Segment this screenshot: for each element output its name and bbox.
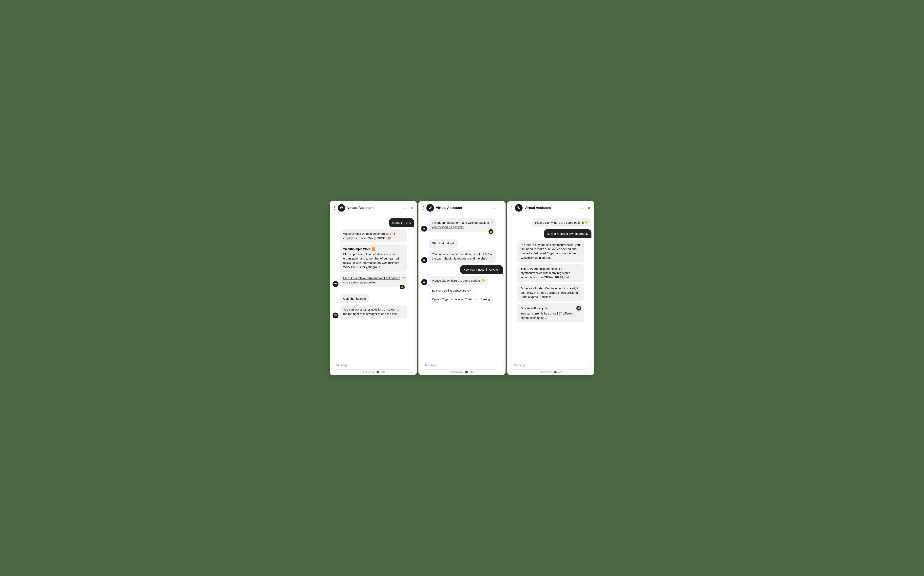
close-button[interactable]: × xyxy=(410,205,413,210)
msg-row: W Glad that helped! xyxy=(332,294,414,303)
bot-bubble: Wealthsimple Work 🟧 Please provide a few… xyxy=(340,245,407,272)
msg-row: W Please clarify, here are some options … xyxy=(421,276,503,285)
ada-logo-icon xyxy=(377,371,379,373)
link-text: Fill out our intake form and we'll get b… xyxy=(432,221,489,229)
option-button-open-crypto[interactable]: Open a Crypto account on Trade xyxy=(429,296,476,303)
chat-body-1: Group RRSPs W Wealthsimple Work is the s… xyxy=(330,215,417,358)
chat-header-1: W Virtual Assistant — × xyxy=(330,201,417,215)
ada-logo-icon xyxy=(465,371,468,373)
options-row: Buying & selling cryptocurrency Open a C… xyxy=(421,287,503,303)
menu-dots-icon[interactable] xyxy=(333,205,336,210)
option-button-buying-selling[interactable]: Buying & selling cryptocurrency xyxy=(429,287,474,294)
msg-row: How can I invest in Crypto? xyxy=(421,265,503,274)
ada-logo-icon xyxy=(554,371,557,373)
bot-bubble: Glad that helped! xyxy=(429,239,458,248)
like-button[interactable]: 👍 xyxy=(399,284,405,290)
like-button[interactable]: 👍 xyxy=(488,229,494,234)
close-button[interactable]: × xyxy=(587,205,591,210)
msg-row: W Fill out our intake form and we'll get… xyxy=(332,274,414,287)
msg-row: W In order to buy and sell cryptocurrenc… xyxy=(510,240,592,262)
bot-bubble: Glad that helped! xyxy=(340,294,369,303)
bot-bubble: You can ask another question, or select … xyxy=(429,250,496,263)
minimize-button[interactable]: — xyxy=(580,205,585,210)
link-text: Fill out our intake form and we'll get b… xyxy=(343,276,400,284)
chat-body-2: W Fill out our intake form and we'll get… xyxy=(419,215,505,358)
avatar: W xyxy=(515,204,523,212)
header-controls: — × xyxy=(491,205,502,210)
bot-avatar: W xyxy=(421,226,427,232)
bubble-title: Buy or sell a crypto xyxy=(521,306,548,310)
bot-bubble: You can ask another question, or select … xyxy=(340,305,407,318)
chat-header-2: W Virtual Assistant — × xyxy=(419,201,505,215)
bot-bubble: Wealthsimple Work is the smart way for e… xyxy=(340,229,407,243)
chat-body-3: Please clarify, here are some options 👇 … xyxy=(507,215,594,358)
bot-avatar: W xyxy=(421,257,427,263)
avatar: W xyxy=(427,204,434,212)
minimize-button[interactable]: — xyxy=(403,205,407,210)
powered-by: Powered by ada xyxy=(332,371,414,373)
msg-row: Group RRSPs xyxy=(332,218,414,227)
header-controls: — × xyxy=(580,205,591,210)
chat-title: Virtual Assistant xyxy=(436,206,489,210)
msg-row: W You can ask another question, or selec… xyxy=(332,305,414,318)
chat-widget-1: W Virtual Assistant — × Group RRSPs W We… xyxy=(330,201,417,375)
menu-dots-icon[interactable] xyxy=(511,205,513,210)
chat-footer-3: Powered by ada xyxy=(507,358,594,375)
chat-footer-1: Powered by ada xyxy=(330,358,417,375)
bot-bubble: Once your funded Crypto account is ready… xyxy=(517,284,584,301)
option-button-staking[interactable]: Staking xyxy=(477,296,493,303)
expand-icon[interactable]: ↗ xyxy=(491,220,494,224)
msg-row: W The CRA prohibits the holding of crypt… xyxy=(510,264,592,282)
user-bubble: Group RRSPs xyxy=(389,218,414,227)
bot-bubble: Please clarify, here are some options 👇 xyxy=(532,218,592,227)
chat-widget-3: W Virtual Assistant — × Please clarify, … xyxy=(507,201,594,375)
avatar: W xyxy=(338,204,345,212)
powered-by: Powered by ada xyxy=(510,371,592,373)
msg-row: Buying & selling cryptocurrency xyxy=(510,229,592,238)
bot-bubble: Fill out our intake form and we'll get b… xyxy=(340,274,407,287)
chat-title: Virtual Assistant xyxy=(525,206,578,210)
minimize-button[interactable]: — xyxy=(491,205,496,210)
bot-avatar: W xyxy=(332,312,338,318)
bubble-title: Wealthsimple Work xyxy=(343,247,371,251)
msg-row: W Glad that helped! xyxy=(421,239,503,248)
chat-widget-2: W Virtual Assistant — × W Fill out our i… xyxy=(419,201,505,375)
message-input[interactable] xyxy=(332,361,414,370)
bot-avatar: W xyxy=(332,281,338,287)
user-bubble: How can I invest in Crypto? xyxy=(460,265,503,274)
msg-row: W You can ask another question, or selec… xyxy=(421,250,503,263)
header-controls: — × xyxy=(403,205,413,210)
bot-bubble: Buy or sell a crypto W You can currently… xyxy=(517,304,584,322)
msg-row: W Once your funded Crypto account is rea… xyxy=(510,284,592,301)
bot-avatar: W xyxy=(421,279,427,285)
message-input[interactable] xyxy=(510,361,592,370)
msg-row: W Wealthsimple Work is the smart way for… xyxy=(332,229,414,243)
chat-header-3: W Virtual Assistant — × xyxy=(507,201,594,215)
expand-icon[interactable]: ↗ xyxy=(403,275,405,280)
bot-bubble: Fill out our intake form and we'll get b… xyxy=(429,218,496,232)
bot-bubble: Please clarify, here are some options 👇 xyxy=(429,276,488,285)
user-bubble: Buying & selling cryptocurrency xyxy=(544,229,592,238)
bot-bubble: The CRA prohibits the holding of cryptoc… xyxy=(517,264,584,282)
msg-row: Please clarify, here are some options 👇 xyxy=(510,218,592,227)
msg-row: W Buy or sell a crypto W You can current… xyxy=(510,304,592,322)
msg-row: W Wealthsimple Work 🟧 Please provide a f… xyxy=(332,245,414,272)
msg-row: W Fill out our intake form and we'll get… xyxy=(421,218,503,232)
bot-bubble: In order to buy and sell cryptocurrencie… xyxy=(517,240,584,262)
message-input[interactable] xyxy=(421,361,503,370)
card-icon: 🟧 xyxy=(372,247,375,251)
menu-dots-icon[interactable] xyxy=(422,205,424,210)
chat-footer-2: Powered by ada xyxy=(419,358,505,375)
powered-by: Powered by ada xyxy=(421,371,503,373)
close-button[interactable]: × xyxy=(499,205,502,210)
card-brand-icon: W xyxy=(576,306,581,310)
chat-title: Virtual Assistant xyxy=(347,206,401,210)
